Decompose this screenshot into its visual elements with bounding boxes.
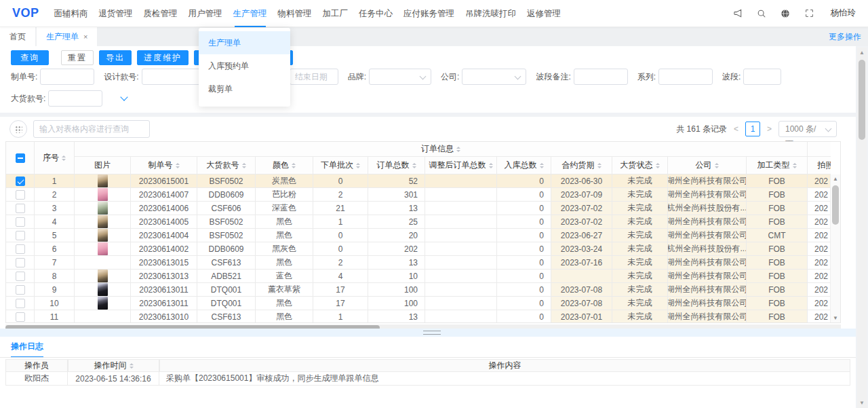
prev-page-button[interactable]: < <box>732 124 740 134</box>
sort-icon[interactable] <box>489 163 493 168</box>
col-header-order_qty[interactable]: 订单总数 <box>368 157 425 174</box>
col-header-process_type[interactable]: 加工类型 <box>747 157 808 174</box>
button-3[interactable]: 导出 <box>99 50 132 65</box>
row-checkbox[interactable] <box>16 258 25 267</box>
sort-icon[interactable] <box>130 363 134 369</box>
nav-item[interactable]: 生产管理 <box>233 0 267 27</box>
log-col-header-time[interactable]: 操作时间 <box>68 359 159 372</box>
button-4[interactable]: 进度维护 <box>137 50 189 65</box>
button-1[interactable]: 查询 <box>11 50 49 65</box>
col-header-inbound_qty[interactable]: 入库总数 <box>497 157 551 174</box>
log-row[interactable]: 欧阳杰2023-06-15 14:36:16采购单【20230615001】审核… <box>5 372 852 386</box>
col-header-status[interactable]: 大货状态 <box>612 157 668 174</box>
product-thumbnail[interactable] <box>98 283 108 296</box>
table-row[interactable]: 520230614004BSF0502黑色02002023-06-27未完成湖州… <box>6 229 831 242</box>
next-page-button[interactable]: > <box>766 124 773 134</box>
nav-item[interactable]: 返修管理 <box>527 0 561 27</box>
row-checkbox[interactable] <box>16 272 25 281</box>
sort-icon[interactable] <box>540 163 544 168</box>
col-header-photo_plan[interactable]: 拍照样计划 <box>808 157 831 174</box>
splitter-handle-icon[interactable] <box>423 331 441 335</box>
nav-item[interactable]: 吊牌洗唛打印 <box>465 0 516 27</box>
table-row[interactable]: 1020230613011DTQ001黑色1710002023-07-08未完成… <box>6 297 831 310</box>
current-user[interactable]: 杨怡玲 <box>831 7 856 19</box>
sort-icon[interactable] <box>412 163 416 168</box>
nav-item[interactable]: 面辅料商 <box>54 0 88 27</box>
nav-item[interactable]: 应付账务管理 <box>403 0 454 27</box>
table-vertical-scrollbar[interactable]: ▲ ▼ <box>830 174 840 322</box>
sort-icon[interactable] <box>597 163 601 168</box>
table-row[interactable]: 920230613011DTQ001薰衣草紫1710002023-07-08未完… <box>6 283 831 297</box>
sort-icon[interactable] <box>176 163 180 168</box>
row-checkbox[interactable] <box>16 177 25 186</box>
search-icon[interactable] <box>757 8 767 18</box>
band-input[interactable] <box>743 69 781 85</box>
page-number[interactable]: 1 <box>745 122 760 136</box>
product-thumbnail[interactable] <box>98 270 108 282</box>
company-select[interactable] <box>462 69 526 85</box>
row-checkbox[interactable] <box>16 285 25 295</box>
scroll-up-icon[interactable]: ▲ <box>831 176 840 182</box>
button-2[interactable]: 重置 <box>61 50 94 65</box>
table-row[interactable]: 320230614006CSF606深蓝色211302023-07-02未完成杭… <box>6 202 831 215</box>
column-settings-button[interactable] <box>9 120 27 138</box>
scroll-up-icon[interactable]: ▲ <box>857 50 867 56</box>
close-icon[interactable]: × <box>83 33 87 41</box>
row-checkbox[interactable] <box>16 299 25 308</box>
product-thumbnail[interactable] <box>98 242 108 255</box>
col-header-batch[interactable]: 下单批次 <box>313 157 368 174</box>
table-row[interactable]: 620230614002DDB0609黑灰色020202023-03-24未完成… <box>6 242 831 256</box>
page-size-select[interactable]: 1000 条/页 <box>778 121 837 137</box>
sort-icon[interactable] <box>62 155 66 161</box>
fullscreen-icon[interactable] <box>804 8 814 18</box>
sort-icon[interactable] <box>292 163 296 168</box>
sort-icon[interactable] <box>793 163 797 168</box>
product-thumbnail[interactable] <box>98 229 108 242</box>
page-scrollbar[interactable]: ▲ ▼ <box>857 48 867 408</box>
megaphone-icon[interactable] <box>733 8 743 18</box>
scroll-down-icon[interactable]: ▼ <box>857 400 867 406</box>
product-thumbnail[interactable] <box>98 297 108 310</box>
more-actions-link[interactable]: 更多操作 <box>829 27 861 46</box>
table-row[interactable]: 720230613015CSF613黑色21302023-07-16未完成湖州全… <box>6 256 831 270</box>
sort-icon[interactable] <box>456 147 460 152</box>
expand-filters-icon[interactable] <box>121 93 128 100</box>
sort-icon[interactable] <box>242 163 246 168</box>
order_no-input[interactable] <box>40 69 94 85</box>
date_end-input[interactable] <box>290 69 338 85</box>
row-checkbox[interactable] <box>16 231 25 240</box>
table-row[interactable]: 420230614005BSF0502黑色12502023-07-02未完成湖州… <box>6 215 831 229</box>
scroll-down-icon[interactable]: ▼ <box>831 315 840 321</box>
product-thumbnail[interactable] <box>98 188 108 201</box>
table-search-input[interactable] <box>33 120 150 138</box>
row-checkbox[interactable] <box>16 204 25 213</box>
col-header-seq[interactable]: 序号 <box>35 142 75 174</box>
row-checkbox[interactable] <box>16 312 25 322</box>
col-header-adjusted_qty[interactable]: 调整后订单总数 <box>425 157 497 174</box>
tab-operation-log[interactable]: 操作日志 <box>11 341 43 358</box>
table-row[interactable]: 120230615001BSF0502炭黑色05202023-06-30未完成湖… <box>6 174 831 188</box>
panel-splitter[interactable] <box>0 329 856 337</box>
menu-item[interactable]: 生产理单 <box>199 31 290 54</box>
product-thumbnail[interactable] <box>98 215 108 228</box>
nav-item[interactable]: 任务中心 <box>359 0 393 27</box>
series-input[interactable] <box>658 69 713 85</box>
row-checkbox[interactable] <box>16 244 25 254</box>
bulk_no-input[interactable] <box>48 90 102 107</box>
row-checkbox[interactable] <box>16 217 25 227</box>
table-row[interactable]: 1120230613010CSF613黑色11302023-07-01未完成湖州… <box>6 310 831 322</box>
globe-icon[interactable] <box>781 8 791 18</box>
menu-item[interactable]: 裁剪单 <box>199 77 290 100</box>
table-row[interactable]: 820230613013ADB521蓝色4100未完成湖州全尚科技有限公司FOB… <box>6 270 831 283</box>
col-header-contract_date[interactable]: 合约货期 <box>551 157 612 174</box>
nav-item[interactable]: 物料管理 <box>278 0 312 27</box>
row-checkbox[interactable] <box>16 190 25 200</box>
nav-item[interactable]: 加工厂 <box>323 0 349 27</box>
tab-home[interactable]: 首页 <box>0 27 37 46</box>
product-thumbnail[interactable] <box>98 174 108 187</box>
table-row[interactable]: 220230614007DDB0609芭比粉230102023-07-09未完成… <box>6 188 831 202</box>
tab-active[interactable]: 生产理单× <box>37 27 98 46</box>
page-scroll-thumb[interactable] <box>859 60 865 140</box>
sort-icon[interactable] <box>656 163 660 168</box>
nav-item[interactable]: 退货管理 <box>99 0 133 27</box>
